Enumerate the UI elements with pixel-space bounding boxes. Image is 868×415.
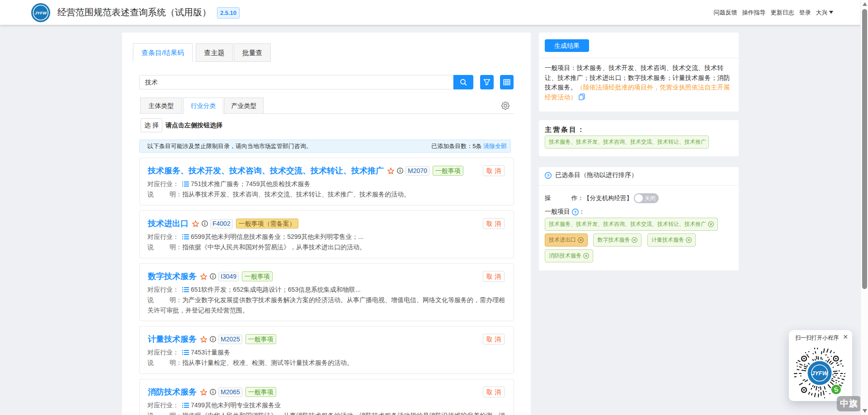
svg-text:?: ? [574,210,576,214]
svg-text:JYFW: JYFW [811,370,829,377]
svg-text:JYFW: JYFW [35,10,47,15]
svg-text:?: ? [547,173,550,178]
